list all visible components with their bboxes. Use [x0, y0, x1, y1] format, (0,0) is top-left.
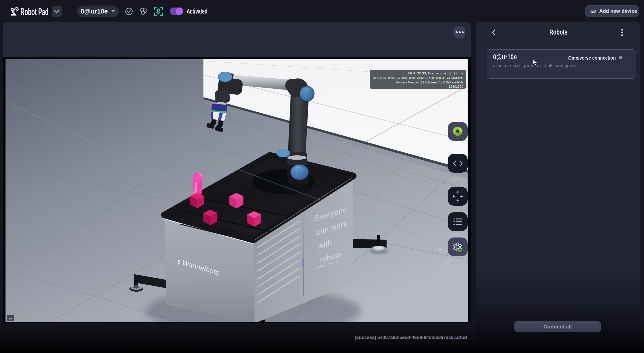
svg-text:Process Memory: 2.9 GiB used,: Process Memory: 2.9 GiB used, 15.6 GiB a… [396, 80, 463, 84]
svg-text:NVIDIA GeForce RTX 3070 Laptop: NVIDIA GeForce RTX 3070 Laptop GPU: 3.2 … [373, 76, 463, 80]
svg-text:FPS: 32.33, Frame time: 30.93: FPS: 32.33, Frame time: 30.93 ms [408, 71, 463, 75]
svg-text:1280x720: 1280x720 [449, 85, 463, 88]
svg-text:m: m [9, 316, 12, 320]
